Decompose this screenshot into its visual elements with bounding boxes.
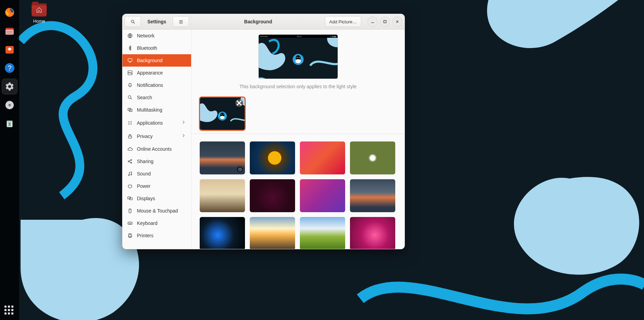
settings-nav-list: NetworkBluetoothBackgroundAppearanceNoti… [122, 30, 191, 249]
nav-item-sound[interactable]: Sound [122, 168, 191, 180]
window-minimize-button[interactable] [367, 16, 378, 27]
svg-rect-39 [128, 222, 132, 225]
svg-point-25 [130, 123, 130, 123]
svg-text:?: ? [8, 64, 11, 72]
desktop-home-folder[interactable]: Home [28, 3, 50, 24]
nav-item-notifications[interactable]: Notifications [122, 79, 191, 91]
svg-point-26 [131, 123, 132, 123]
nav-item-label: Sound [137, 171, 151, 176]
wallpaper-blossom[interactable] [350, 141, 395, 174]
nav-item-bluetooth[interactable]: Bluetooth [122, 42, 191, 54]
dock-firefox[interactable] [2, 5, 17, 20]
nav-item-multitasking[interactable]: Multitasking [122, 104, 191, 116]
settings-left-headerbar: Settings [122, 14, 191, 30]
svg-rect-41 [384, 21, 386, 23]
svg-point-35 [131, 174, 132, 175]
dock-help[interactable]: ? [2, 60, 17, 76]
wallpaper-jellyfish-pink[interactable] [350, 217, 395, 249]
wallpaper-neon-blue[interactable] [200, 217, 245, 249]
svg-point-22 [130, 121, 130, 122]
dock: ? [0, 0, 19, 320]
displays-icon [127, 196, 133, 201]
wallpaper-sunflower[interactable] [250, 141, 295, 174]
dock-trash[interactable] [2, 116, 17, 131]
wallpaper-purple-gradient[interactable] [300, 179, 345, 212]
background-preview: Activities 19:27 ▾ ◉ ◼ [258, 34, 338, 79]
nav-item-power[interactable]: Power [122, 180, 191, 192]
cloud-icon [127, 146, 133, 152]
wallpaper-custom-dark-wave[interactable] [200, 97, 245, 130]
nav-item-appearance[interactable]: Appearance [122, 67, 191, 79]
nav-item-network[interactable]: Network [122, 30, 191, 42]
chevron-right-icon [181, 133, 186, 139]
svg-rect-30 [128, 136, 131, 138]
window-close-button[interactable] [392, 16, 402, 27]
nav-item-label: Background [137, 58, 163, 63]
nav-item-label: Sharing [137, 159, 153, 164]
search-button[interactable] [125, 16, 141, 27]
grid-icon [127, 120, 133, 126]
nav-item-privacy[interactable]: Privacy [122, 129, 191, 143]
nav-item-label: Privacy [137, 134, 153, 139]
share-icon [127, 159, 133, 164]
dynamic-wallpaper-icon [237, 166, 243, 172]
nav-item-applications[interactable]: Applications [122, 116, 191, 129]
svg-point-21 [128, 121, 129, 122]
nav-item-label: Displays [137, 196, 155, 201]
nav-item-displays[interactable]: Displays [122, 192, 191, 205]
brush-icon [127, 70, 133, 76]
nav-item-mouse[interactable]: Mouse & Touchpad [122, 205, 191, 217]
nav-item-printers[interactable]: Printers [122, 229, 191, 242]
bell-icon [127, 82, 133, 88]
svg-point-34 [128, 175, 129, 176]
nav-item-keyboard[interactable]: Keyboard [122, 217, 191, 229]
wallpaper-polygonal-red[interactable] [300, 141, 345, 174]
svg-point-11 [9, 105, 10, 106]
nav-item-label: Search [137, 95, 152, 100]
remove-wallpaper-button[interactable] [235, 99, 243, 107]
svg-point-27 [128, 124, 129, 125]
preview-status-icons: ▾ ◉ ◼ [330, 35, 336, 37]
nav-item-sharing[interactable]: Sharing [122, 155, 191, 168]
globe-icon [127, 33, 133, 38]
custom-wallpapers-grid [200, 97, 396, 130]
desktop: Home ? [0, 0, 644, 320]
dock-disk[interactable] [2, 98, 17, 113]
svg-point-24 [128, 123, 129, 123]
wallpaper-sunset-lake[interactable] [200, 141, 245, 174]
wallpaper-green-meadow[interactable] [300, 217, 345, 249]
dock-files[interactable] [2, 23, 17, 38]
nav-item-label: Notifications [137, 82, 163, 88]
svg-point-53 [223, 114, 224, 115]
wallpaper-sunset-lake-mirror[interactable] [350, 179, 395, 212]
chevron-right-icon [181, 119, 186, 126]
wallpaper-country-road[interactable] [200, 179, 245, 212]
monitor-icon [127, 58, 133, 63]
svg-point-46 [296, 57, 297, 58]
window-maximize-button[interactable] [380, 16, 390, 27]
printer-icon [127, 233, 133, 238]
dock-show-applications[interactable] [4, 306, 15, 316]
dock-software[interactable] [2, 42, 17, 57]
svg-rect-13 [7, 121, 13, 122]
nav-item-background[interactable]: Background [122, 54, 191, 67]
settings-window: Settings NetworkBluetoothBackgroundAppea… [122, 14, 405, 249]
svg-point-14 [131, 20, 134, 23]
svg-rect-4 [6, 31, 13, 32]
add-picture-button[interactable]: Add Picture… [325, 16, 361, 27]
desktop-home-label: Home [28, 19, 50, 24]
nav-item-label: Appearance [137, 70, 163, 76]
nav-item-label: Power [137, 183, 151, 189]
svg-point-29 [131, 124, 132, 125]
dock-settings[interactable] [2, 79, 17, 94]
hamburger-menu-button[interactable] [173, 16, 189, 27]
nav-item-online-accounts[interactable]: Online Accounts [122, 143, 191, 155]
nav-item-search[interactable]: Search [122, 91, 191, 104]
windows-icon [127, 107, 133, 113]
background-content: Activities 19:27 ▾ ◉ ◼ This background s… [191, 30, 405, 249]
power-icon [127, 183, 133, 189]
wallpaper-jellyfish-dark[interactable] [250, 179, 295, 212]
wallpaper-sunset-mountains[interactable] [250, 217, 295, 249]
settings-content-pane: Background Add Picture… [191, 14, 405, 249]
builtin-wallpapers-grid [200, 141, 396, 249]
